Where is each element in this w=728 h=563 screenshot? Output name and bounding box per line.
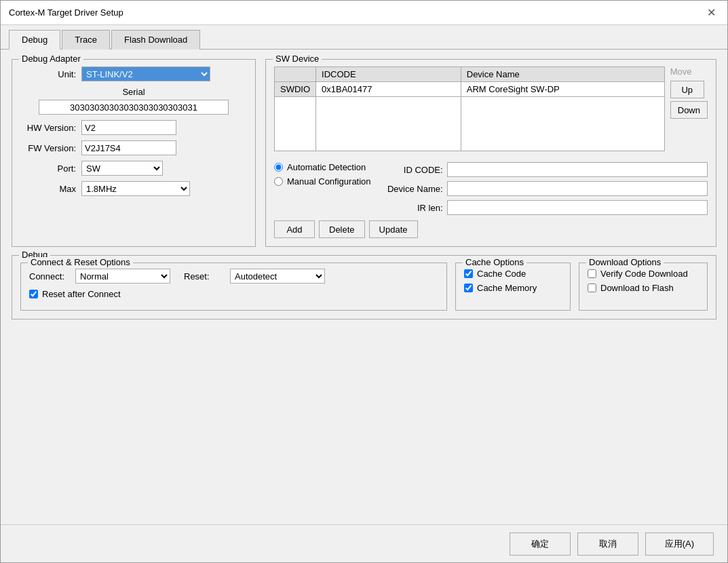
verify-code-checkbox[interactable]: [588, 269, 596, 278]
cache-code-row: Cache Code: [464, 269, 562, 279]
connect-select[interactable]: Normal with Pre-reset under Reset: [75, 269, 170, 284]
id-code-label: ID CODE:: [382, 165, 443, 175]
hw-version-row: HW Version: V2: [20, 120, 247, 135]
main-content: Debug Adapter Unit: ST-LINK/V2 Serial 30…: [1, 50, 727, 524]
close-button[interactable]: ✕: [703, 5, 719, 21]
auto-detection-radio[interactable]: [274, 163, 283, 172]
connect-reset-box: Connect & Reset Options Connect: Normal …: [20, 263, 447, 311]
port-row: Port: SW JTAG: [20, 161, 247, 176]
reset-label: Reset:: [184, 271, 225, 282]
idcode-cell: 0x1BA01477: [316, 82, 461, 97]
title-bar: Cortex-M Target Driver Setup ✕: [1, 1, 727, 25]
footer: 确定 取消 应用(A): [1, 524, 727, 562]
auto-detection-row: Automatic Detection: [274, 162, 371, 172]
ir-len-label: IR len:: [382, 203, 443, 213]
download-options-title: Download Options: [586, 257, 664, 267]
device-name-cell: ARM CoreSight SW-DP: [461, 82, 664, 97]
top-section: Debug Adapter Unit: ST-LINK/V2 Serial 30…: [12, 59, 716, 247]
col-device-name: Device Name: [461, 67, 664, 82]
connect-reset-title: Connect & Reset Options: [28, 257, 133, 267]
serial-section: Serial 30303030303030303030303031: [20, 87, 247, 115]
cache-memory-label: Cache Memory: [477, 283, 537, 293]
window-title: Cortex-M Target Driver Setup: [9, 7, 123, 18]
up-button[interactable]: Up: [670, 81, 704, 98]
device-name-field-input[interactable]: [447, 181, 708, 196]
sw-table-left: IDCODE Device Name SWDIO 0x1BA01477 ARM …: [274, 66, 665, 157]
download-to-flash-label: Download to Flash: [600, 283, 674, 293]
serial-input[interactable]: 30303030303030303030303031: [39, 100, 229, 115]
apply-button[interactable]: 应用(A): [645, 532, 714, 556]
cache-memory-checkbox[interactable]: [464, 284, 473, 292]
tab-trace[interactable]: Trace: [62, 30, 110, 50]
id-code-row: ID CODE:: [382, 162, 708, 177]
debug-adapter-group: Debug Adapter Unit: ST-LINK/V2 Serial 30…: [12, 59, 256, 247]
max-label: Max: [20, 184, 81, 194]
ok-button[interactable]: 确定: [510, 532, 571, 556]
reset-select[interactable]: Autodetect Software Hardware: [230, 269, 325, 284]
action-buttons: Add Delete Update: [274, 220, 708, 238]
reset-after-connect-checkbox[interactable]: [29, 290, 38, 298]
reset-after-connect-label: Reset after Connect: [42, 289, 121, 299]
main-window: Cortex-M Target Driver Setup ✕ Debug Tra…: [0, 0, 728, 563]
tab-debug[interactable]: Debug: [9, 30, 60, 50]
radio-col: Automatic Detection Manual Configuration: [274, 162, 371, 187]
radio-section: Automatic Detection Manual Configuration…: [274, 162, 708, 215]
fw-version-label: FW Version:: [20, 143, 81, 153]
cache-options-title: Cache Options: [463, 257, 526, 267]
table-row: SWDIO 0x1BA01477 ARM CoreSight SW-DP: [275, 82, 665, 97]
ir-len-row: IR len:: [382, 200, 708, 215]
spacer: [12, 328, 716, 515]
port-label: Port:: [20, 163, 81, 174]
delete-button[interactable]: Delete: [319, 220, 365, 238]
unit-label: Unit:: [20, 69, 81, 79]
ir-len-input[interactable]: [447, 200, 708, 215]
manual-config-radio[interactable]: [274, 177, 283, 186]
sw-table-container: IDCODE Device Name SWDIO 0x1BA01477 ARM …: [274, 66, 708, 157]
sw-device-title: SW Device: [273, 54, 322, 64]
sw-device-group: SW Device IDCODE Device Name SWDIO: [265, 59, 716, 247]
verify-code-row: Verify Code Download: [588, 269, 699, 279]
max-row: Max 1.8MHz 3.6MHz 7.2MHz: [20, 181, 247, 196]
port-select[interactable]: SW JTAG: [81, 161, 163, 176]
id-fields-col: ID CODE: Device Name: IR len:: [382, 162, 708, 215]
debug-bottom-group: Debug Connect & Reset Options Connect: N…: [12, 255, 716, 319]
tabs-bar: Debug Trace Flash Download: [1, 25, 727, 50]
connect-label: Connect:: [29, 271, 70, 282]
max-select[interactable]: 1.8MHz 3.6MHz 7.2MHz: [81, 181, 190, 196]
manual-config-label: Manual Configuration: [287, 176, 371, 187]
manual-config-row: Manual Configuration: [274, 176, 371, 187]
fw-version-row: FW Version: V2J17S4: [20, 140, 247, 155]
connect-row: Connect: Normal with Pre-reset under Res…: [29, 269, 438, 284]
move-buttons: Move Up Down: [670, 66, 708, 157]
hw-version-input[interactable]: V2: [81, 120, 176, 135]
cache-code-checkbox[interactable]: [464, 269, 473, 278]
fw-version-input[interactable]: V2J17S4: [81, 140, 176, 155]
verify-code-label: Verify Code Download: [600, 269, 688, 279]
down-button[interactable]: Down: [670, 101, 708, 119]
add-button[interactable]: Add: [274, 220, 315, 238]
cache-code-label: Cache Code: [477, 269, 526, 279]
serial-label: Serial: [20, 87, 247, 97]
cancel-button[interactable]: 取消: [577, 532, 638, 556]
tab-flash-download[interactable]: Flash Download: [111, 30, 200, 50]
auto-detection-label: Automatic Detection: [287, 162, 366, 172]
download-to-flash-row: Download to Flash: [588, 283, 699, 293]
cache-memory-row: Cache Memory: [464, 283, 562, 293]
debug-bottom-inner: Connect & Reset Options Connect: Normal …: [20, 263, 708, 311]
device-name-field-label: Device Name:: [382, 184, 443, 194]
hw-version-label: HW Version:: [20, 123, 81, 133]
id-code-input[interactable]: [447, 162, 708, 177]
debug-adapter-title: Debug Adapter: [19, 54, 83, 64]
unit-select[interactable]: ST-LINK/V2: [81, 66, 210, 81]
cache-options-box: Cache Options Cache Code Cache Memory: [455, 263, 571, 311]
update-button[interactable]: Update: [369, 220, 418, 238]
col-idcode: IDCODE: [316, 67, 461, 82]
unit-row: Unit: ST-LINK/V2: [20, 66, 247, 81]
reset-after-connect-row: Reset after Connect: [29, 289, 438, 299]
sw-table: IDCODE Device Name SWDIO 0x1BA01477 ARM …: [274, 66, 665, 151]
download-to-flash-checkbox[interactable]: [588, 284, 596, 292]
move-label: Move: [670, 66, 695, 77]
device-name-field-row: Device Name:: [382, 181, 708, 196]
table-row-empty: [275, 97, 665, 151]
download-options-box: Download Options Verify Code Download Do…: [579, 263, 708, 311]
